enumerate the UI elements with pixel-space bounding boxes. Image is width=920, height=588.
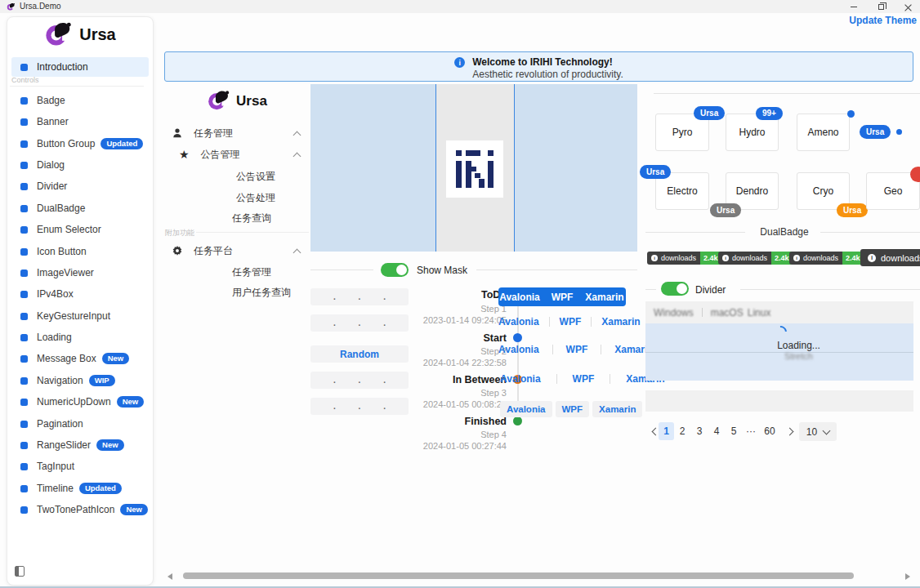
menu-item-announcement-settings[interactable]: 公告设置	[236, 166, 275, 187]
xamarin-button[interactable]: Xamarin	[601, 316, 640, 327]
sidebar-item-ipv4box[interactable]: IPv4Box	[11, 283, 149, 305]
xamarin-button[interactable]: Xamarin	[592, 401, 642, 417]
timeline-title: Finished	[376, 416, 507, 427]
pagination-next-button[interactable]	[783, 422, 796, 440]
divider-line	[654, 93, 920, 94]
chevron-up-icon[interactable]	[293, 131, 301, 140]
status-badge: New	[117, 396, 145, 408]
chevron-up-icon[interactable]	[293, 249, 301, 257]
horizontal-scrollbar-thumb[interactable]	[183, 572, 854, 579]
irihi-logo-icon	[455, 149, 494, 189]
sidebar-item-icon-button[interactable]: Icon Button	[11, 241, 149, 262]
pagination-page-5[interactable]: 5	[726, 422, 741, 440]
count-badge: 99+	[756, 107, 783, 120]
minimize-button[interactable]	[842, 0, 866, 13]
ursa-badge-orange: Ursa	[837, 203, 868, 217]
dot-badge	[847, 110, 855, 118]
info-icon: i	[793, 255, 800, 261]
sidebar-item-dialog[interactable]: Dialog	[11, 154, 149, 176]
ursa-badge: Ursa	[694, 106, 725, 120]
pagination-page-4[interactable]: 4	[709, 422, 724, 440]
xamarin-button[interactable]: Xamarin	[583, 292, 626, 303]
chevron-down-icon	[823, 426, 831, 434]
tab-windows[interactable]: Windows	[654, 307, 694, 318]
sidebar-item-introduction[interactable]: Introduction	[11, 57, 149, 77]
sidebar-item-twotonepathicon[interactable]: TwoTonePathIconNew	[11, 499, 149, 520]
menu-group-task-platform[interactable]: 任务平台	[172, 240, 233, 261]
avalonia-button[interactable]: Avalonia	[498, 316, 539, 327]
standalone-ursa-badge: Ursa	[860, 125, 891, 139]
sidebar-item-navigation[interactable]: NavigationWIP	[11, 370, 149, 391]
collapse-sidebar-icon[interactable]	[15, 566, 25, 577]
pagination-page-60[interactable]: 60	[760, 422, 779, 440]
menu-logo: Ursa	[163, 90, 310, 112]
sidebar-item-loading[interactable]: Loading	[11, 327, 149, 348]
red-dot-badge	[910, 167, 920, 182]
timeline-title: Start	[376, 332, 507, 344]
avalonia-button[interactable]: Avalonia	[498, 292, 541, 303]
dualbadge-downloads: idownloads 2.4k	[860, 249, 920, 266]
sidebar-item-pagination[interactable]: Pagination	[11, 413, 149, 434]
status-badge: New	[120, 504, 148, 515]
sidebar-item-rangeslider[interactable]: RangeSliderNew	[11, 434, 149, 456]
menu-item-task-management[interactable]: 任务管理	[232, 261, 271, 283]
menu-group-task-management[interactable]: 任务管理	[172, 122, 233, 144]
bullet-icon	[20, 270, 28, 277]
divider-toggle[interactable]	[661, 282, 689, 296]
menu-item-task-query[interactable]: 任务查询	[232, 207, 271, 229]
avalonia-button[interactable]: Avalonia	[500, 373, 541, 385]
bullet-icon	[20, 442, 28, 449]
dualbadge-divider-label: DualBadge	[752, 226, 817, 238]
sidebar-item-badge[interactable]: Badge	[11, 90, 149, 111]
sidebar-item-taginput[interactable]: TagInput	[11, 456, 149, 477]
wpf-button[interactable]: WPF	[560, 316, 582, 327]
menu-group-announcement[interactable]: ★ 公告管理	[179, 144, 240, 165]
tab-linux[interactable]: Linux	[748, 307, 771, 318]
menu-item-announcement-handling[interactable]: 公告处理	[236, 187, 275, 208]
avalonia-button[interactable]: Avalonia	[498, 344, 539, 355]
pagination-page-1[interactable]: 1	[659, 422, 674, 440]
sidebar-item-numericupdown[interactable]: NumericUpDownNew	[11, 391, 149, 412]
window-title: Ursa.Demo	[20, 2, 61, 11]
scroll-left-arrow[interactable]	[167, 573, 172, 580]
sidebar-item-message-box[interactable]: Message BoxNew	[11, 348, 149, 369]
sidebar-item-banner[interactable]: Banner	[11, 111, 149, 132]
sidebar-item-imageviewer[interactable]: ImageViewer	[11, 262, 149, 283]
bullet-icon	[20, 377, 28, 385]
sidebar-item-enum-selector[interactable]: Enum Selector	[11, 219, 149, 240]
sidebar-item-timeline[interactable]: TimelineUpdated	[11, 478, 149, 499]
wpf-button[interactable]: WPF	[573, 373, 595, 385]
chevron-right-icon	[785, 427, 793, 435]
info-icon: i	[868, 254, 876, 262]
wpf-button[interactable]: WPF	[541, 292, 583, 303]
pagination-page-3[interactable]: 3	[692, 422, 707, 440]
pagination-page-2[interactable]: 2	[675, 422, 690, 440]
update-theme-button[interactable]: Update Theme	[848, 15, 917, 28]
pagination-ellipsis[interactable]: ···	[744, 422, 758, 440]
menu-item-user-task-query[interactable]: 用户任务查询	[232, 282, 291, 303]
sidebar-item-dualbadge[interactable]: DualBadge	[11, 198, 149, 219]
chevron-up-icon[interactable]	[293, 153, 301, 161]
button-group-borderless: Avalonia WPF Xamarin	[500, 373, 665, 385]
menu-logo-text: Ursa	[236, 93, 267, 109]
timeline-time: 2023-01-14 09:24:05	[376, 315, 507, 325]
avalonia-button[interactable]: Avalonia	[500, 401, 552, 417]
scroll-right-arrow[interactable]	[905, 573, 910, 580]
sidebar-item-keygestureinput[interactable]: KeyGestureInput	[11, 305, 149, 327]
sidebar-item-divider[interactable]: Divider	[11, 176, 149, 197]
wpf-button[interactable]: WPF	[556, 401, 590, 417]
gear-icon	[172, 245, 183, 256]
restore-button[interactable]	[869, 0, 893, 13]
timeline-title: ToDo	[376, 289, 507, 301]
timeline-dot-start	[513, 333, 522, 342]
button-group-borderless: Avalonia WPF Xamarin	[498, 316, 641, 327]
close-button[interactable]	[895, 0, 920, 13]
tab-macos[interactable]: macOS	[711, 307, 744, 318]
sidebar-item-button-group[interactable]: Button GroupUpdated	[11, 133, 149, 154]
bullet-icon	[20, 313, 28, 320]
wpf-button[interactable]: WPF	[566, 344, 588, 355]
show-mask-toggle[interactable]	[381, 263, 409, 277]
page-size-select[interactable]: 10	[799, 422, 837, 441]
banner-text: Welcome to IRIHI Technology! Aesthetic r…	[472, 56, 623, 81]
section-divider	[196, 232, 309, 233]
